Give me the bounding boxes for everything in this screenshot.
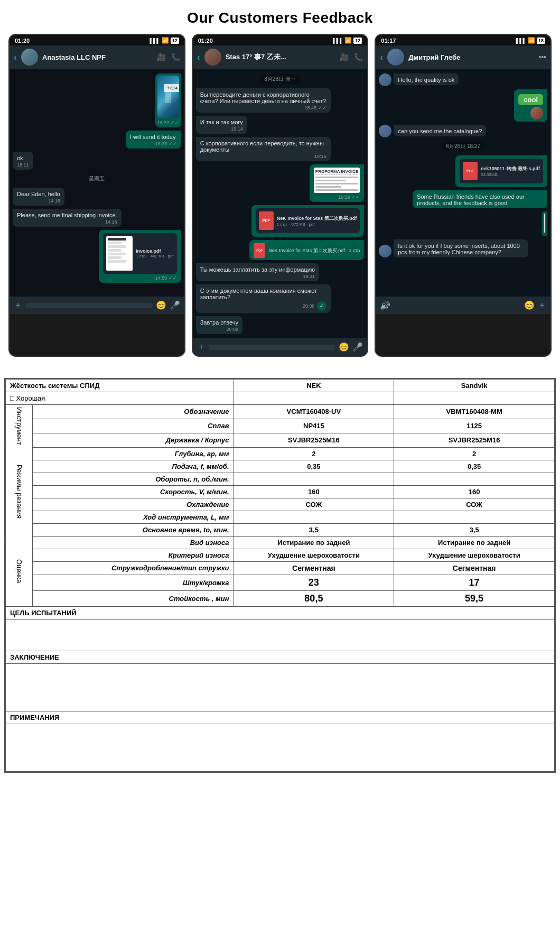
chat-bottom-2: ＋ 😊 🎤 [193, 338, 368, 356]
more-options-icon[interactable]: ••• [538, 53, 546, 61]
status-bar-1: 01:20 ▌▌▌ 📶 12 [10, 35, 184, 45]
ocenka-row-4-sandvik: 17 [394, 575, 555, 590]
instrument-row-3-label: Державка / Корпус [32, 433, 234, 447]
call-icon[interactable]: 📞 [171, 53, 180, 61]
instrument-section-label: Инструмент [6, 405, 33, 448]
msg-recv-2-3: С корпоративного если переводить, то нуж… [196, 137, 331, 161]
status-icons-1: ▌▌▌ 📶 12 [150, 37, 179, 44]
rezanie-row-6-sandvik [394, 511, 555, 523]
ocenka-row-5-nek: 80,5 [234, 590, 394, 606]
chat-input-1[interactable] [25, 303, 153, 308]
msg-sent-invoice: Invoice.pdf 1 стр. · 442 KB · pdf 14:50 … [99, 230, 181, 283]
ocenka-row-4-nek: 23 [234, 575, 394, 590]
table-subtitle-cell: □ Хорошая [6, 392, 234, 405]
chat-bottom-1: ＋ 😊 🎤 [10, 297, 184, 314]
emoji-icon-1[interactable]: 😊 [156, 300, 166, 310]
ocenka-row-3-sandvik: Сегментная [394, 561, 555, 575]
rezanie-label: Режимы резания [15, 465, 23, 519]
add-icon-1[interactable]: ＋ [14, 300, 22, 311]
msg-recv-2-6: Завтра отвечу 20:08 [196, 316, 242, 334]
nek-pdf-name: nek105011-转曲-最终-s.pdf [481, 165, 540, 172]
rezanie-row-1-label: Глубина, ap, мм [32, 447, 234, 460]
rezanie-row-6: Ход инструмента, L, мм [6, 511, 555, 523]
pdf-icon-2: PDF [259, 211, 274, 230]
rezanie-row-3-nek [234, 473, 394, 485]
msg-received-1: ok 18:11 [13, 152, 33, 170]
rezanie-row-4-label: Скорость, V, м/мин. [32, 485, 234, 498]
msg-time-image: 16:32 ✓✓ [157, 120, 179, 125]
chat-screenshot-3: 01:17 ▌▌▌ 📶 18 ‹ Дмитрий Глебе ••• [375, 34, 552, 357]
instrument-row-3-sandvik: SVJBR2525M16 [394, 433, 555, 447]
ocenka-row-5-sandvik: 59,5 [394, 590, 555, 606]
video-call-icon[interactable]: 🎥 [157, 53, 166, 61]
back-button-3[interactable]: ‹ [380, 52, 383, 63]
nek-invoice-attachment: PDF NeK Invoice for Stas 第二次购买.pdf 1 стр… [256, 208, 360, 233]
emoji-icon-3[interactable]: 😊 [524, 300, 535, 310]
nek-invoice2-name: NeK Invoice for Stas 第二次购买.pdf · 1 стр [268, 247, 360, 254]
contact-name-1: Anastasia LLC NPF [42, 53, 153, 61]
chat-screenshot-1: 01:20 ▌▌▌ 📶 12 ‹ Anastasia LLC NPF 🎥 📞 [8, 34, 185, 357]
chat-header-1: ‹ Anastasia LLC NPF 🎥 📞 [10, 45, 184, 69]
back-button-2[interactable]: ‹ [197, 52, 200, 63]
nek-invoice-name: NeK Invoice for Stas 第二次购买.pdf [277, 215, 357, 222]
ocenka-row-1-sandvik: Истирание по задней [394, 536, 555, 549]
invoice-meta: 1 стр. · 442 KB · pdf [136, 254, 174, 258]
rezanie-row-1: Режимы резания Глубина, ap, мм 2 2 [6, 447, 555, 460]
nek-pdf-attachment: PDF nek105011-转曲-最终-s.pdf 53.35MB [460, 159, 543, 183]
msg-text-recv-3: Please, send me final shipping invoice. [17, 212, 117, 218]
primechaniya-content [6, 724, 555, 771]
chat-input-2[interactable] [209, 345, 336, 350]
chat-body-3: Hello, the quality is ok cool can you se… [376, 69, 550, 297]
chat-screenshot-2: 01:20 ▌▌▌ 📶 12 ‹ Stas 17° 事7 乙未... 🎥 📞 8… [192, 34, 369, 357]
status-bar-2: 01:20 ▌▌▌ 📶 12 [193, 35, 368, 45]
table-title-row: Жёсткость системы СПИД NEK Sandvik [6, 380, 555, 392]
cel-ispytaniy-label: ЦЕЛЬ ИСПЫТАНИЙ [10, 609, 77, 617]
rezanie-row-2: Подача, f, мм/об. 0,35 0,35 [6, 460, 555, 473]
ocenka-row-2: Критерий износа Ухудшение шероховатости … [6, 549, 555, 561]
rezanie-row-7-label: Основное время, to, мин. [32, 523, 234, 536]
mic-icon-2[interactable]: 🎤 [352, 342, 363, 352]
instrument-row-3: Державка / Корпус SVJBR2525M16 SVJBR2525… [6, 433, 555, 447]
instrument-row-2-nek: NP415 [234, 419, 394, 433]
table-title-cell: Жёсткость системы СПИД [6, 380, 234, 392]
cool-badge: cool [518, 94, 543, 105]
chat-bottom-3: 🔊 😊 ＋ [376, 297, 550, 314]
video-call-icon-2[interactable]: 🎥 [340, 53, 349, 61]
msg-time-invoice: 14:50 ✓✓ [103, 275, 177, 281]
chat-header-2: ‹ Stas 17° 事7 乙未... 🎥 📞 [193, 45, 368, 69]
add-icon-2[interactable]: ＋ [197, 341, 206, 353]
rezanie-row-2-label: Подача, f, мм/об. [32, 460, 234, 473]
mic-icon-1[interactable]: 🎤 [170, 300, 180, 310]
back-button-1[interactable]: ‹ [14, 52, 17, 63]
col-header-nek: NEK [234, 380, 394, 392]
date-divider-3: 6月26日 18:27 [442, 142, 484, 151]
table-title: Жёсткость системы СПИД [10, 382, 99, 390]
signal-2: ▌▌▌ [333, 38, 343, 43]
call-icon-2[interactable]: 📞 [354, 53, 363, 61]
contact-name-2: Stas 17° 事7 乙未... [226, 52, 336, 62]
header-icons-3: ••• [538, 53, 546, 61]
instrument-row-2: Сплав NP415 1125 [6, 419, 555, 433]
msg-with-avatar-1: Hello, the quality is ok [379, 73, 547, 86]
wifi-1: 📶 [162, 37, 169, 44]
emoji-icon-2[interactable]: 😊 [339, 342, 349, 352]
msg-recv-2-1: Вы переводите деньги с корпоративного сч… [196, 88, 331, 113]
ocenka-row-2-sandvik: Ухудшение шероховатости [394, 549, 555, 561]
audio-icon-3[interactable]: 🔊 [380, 300, 390, 310]
msg-recv-3-3: Is it ok for you if I buy some inserts, … [394, 239, 528, 257]
msg-time-recv-2: 14:16 [17, 198, 60, 204]
instrument-label: Инструмент [15, 407, 23, 445]
msg-sent-cool: cool [514, 89, 547, 122]
cel-ispytaniy-content [6, 619, 555, 651]
page-title: Our Customers Feedback [0, 0, 560, 34]
rezanie-row-4-nek: 160 [234, 485, 394, 498]
cel-ispytaniy-cell: ЦЕЛЬ ИСПЫТАНИЙ [6, 606, 555, 619]
chat-body-1: 12,14 16:32 ✓✓ I will send it today. 16:… [10, 69, 184, 297]
add-icon-3[interactable]: ＋ [538, 300, 546, 311]
msg-recv-3-1: Hello, the quality is ok [394, 73, 459, 85]
battery-3: 18 [537, 38, 545, 44]
avatar-2 [204, 49, 221, 66]
rezanie-row-3: Обороты, n, об./мин. [6, 473, 555, 485]
table-thumbnail [544, 214, 545, 233]
instrument-row-1-label: Обозначение [32, 405, 234, 419]
